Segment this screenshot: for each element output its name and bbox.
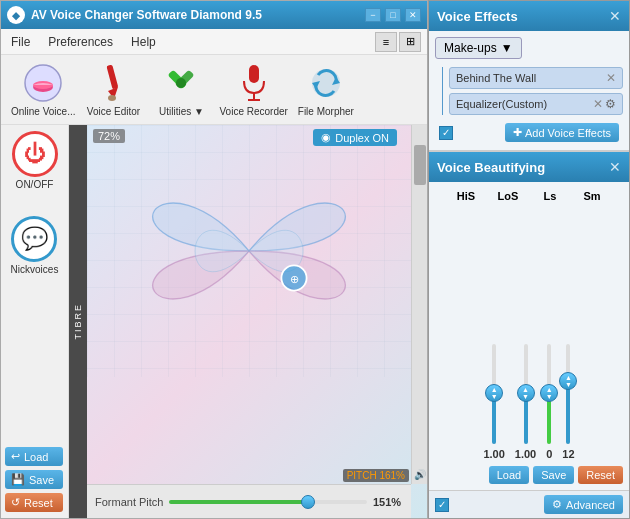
tool-online-voice[interactable]: Online Voice...	[11, 62, 75, 117]
slider-labels: HiS LoS Ls Sm	[435, 190, 623, 202]
mic-icon	[234, 62, 274, 104]
close-button[interactable]: ✕	[405, 8, 421, 22]
tool-utilities[interactable]: Utilities ▼	[151, 62, 211, 117]
slider-label-ls: Ls	[534, 190, 566, 202]
los-thumb[interactable]: ▲▼	[517, 384, 535, 402]
formant-thumb[interactable]	[301, 495, 315, 509]
view-toggle-1[interactable]: ≡	[375, 32, 397, 52]
effects-enable-checkbox[interactable]: ✓	[439, 126, 453, 140]
voice-beautifying-title: Voice Beautifying	[437, 160, 609, 175]
effect-name-1: Equalizer(Custom)	[456, 98, 589, 110]
slider-label-los: LoS	[492, 190, 524, 202]
sliders-area: ▲▼ 1.00 ▲▼ 1.00	[435, 206, 623, 460]
slider-label-sm: Sm	[576, 190, 608, 202]
los-value: 1.00	[515, 448, 536, 460]
tool-voice-recorder[interactable]: Voice Recorder	[219, 62, 287, 117]
main-area: ⏻ ON/OFF 💬 Nickvoices ↩ Load 💾 Save ↺ Re…	[1, 125, 427, 518]
on-off-button[interactable]: ⏻	[12, 131, 58, 177]
slider-col-ls: ▲▼ 0	[546, 344, 552, 460]
tool-label-online: Online Voice...	[11, 106, 75, 117]
reset-icon: ↺	[11, 496, 20, 509]
ls-track: ▲▼	[547, 344, 551, 444]
thumb-arrows-ls: ▲▼	[546, 386, 553, 400]
sm-slider[interactable]: ▲▼	[566, 344, 570, 444]
app-icon: ◆	[7, 6, 25, 24]
ls-value: 0	[546, 448, 552, 460]
advanced-button[interactable]: ⚙ Advanced	[544, 495, 623, 514]
voice-effects-close[interactable]: ✕	[609, 8, 621, 24]
add-voice-effects-button[interactable]: ✚ Add Voice Effects	[505, 123, 619, 142]
tool-label-recorder: Voice Recorder	[219, 106, 287, 117]
thumb-arrows-his: ▲▼	[491, 386, 498, 400]
vb-footer: Load Save Reset	[435, 466, 623, 484]
action-buttons: ↩ Load 💾 Save ↺ Reset	[5, 447, 64, 512]
effect-close-0[interactable]: ✕	[606, 71, 616, 85]
tool-voice-editor[interactable]: Voice Editor	[83, 62, 143, 117]
menu-file[interactable]: File	[7, 33, 34, 51]
effect-item-1: Equalizer(Custom) ✕ ⚙	[449, 93, 623, 115]
voice-effects-header: Voice Effects ✕	[429, 1, 629, 31]
visualizer-area: TIBRE 72% ◉ Duplex ON	[69, 125, 427, 518]
window-controls: − □ ✕	[365, 8, 421, 22]
effect-name-0: Behind The Wall	[456, 72, 602, 84]
formant-slider[interactable]	[169, 500, 367, 504]
pitch-status: PITCH 161%	[343, 469, 409, 482]
save-button[interactable]: 💾 Save	[5, 470, 63, 489]
svg-point-5	[108, 95, 116, 101]
on-off-label: ON/OFF	[16, 179, 54, 190]
visualizer-scrollbar[interactable]: 🔊	[411, 125, 427, 484]
effects-chain: Behind The Wall ✕ Equalizer(Custom) ✕ ⚙	[435, 67, 623, 115]
his-thumb[interactable]: ▲▼	[485, 384, 503, 402]
beautifying-enable-checkbox[interactable]: ✓	[435, 498, 449, 512]
add-effects-plus-icon: ✚	[513, 126, 522, 139]
menu-preferences[interactable]: Preferences	[44, 33, 117, 51]
ls-slider[interactable]: ▲▼	[547, 344, 551, 444]
tool-file-morpher[interactable]: File Morpher	[296, 62, 356, 117]
sm-track: ▲▼	[566, 344, 570, 444]
save-icon: 💾	[11, 473, 25, 486]
svg-text:⊕: ⊕	[290, 273, 299, 285]
tool-label-morpher: File Morpher	[298, 106, 354, 117]
tool-label-editor: Voice Editor	[87, 106, 140, 117]
lips-icon	[23, 62, 63, 104]
his-track: ▲▼	[492, 344, 496, 444]
formant-fill	[169, 500, 307, 504]
view-toggle-2[interactable]: ⊞	[399, 32, 421, 52]
effect-item-0: Behind The Wall ✕	[449, 67, 623, 89]
load-button[interactable]: ↩ Load	[5, 447, 63, 466]
sm-thumb[interactable]: ▲▼	[559, 372, 577, 390]
svg-rect-3	[107, 65, 119, 90]
ls-thumb[interactable]: ▲▼	[540, 384, 558, 402]
voice-beautifying-close[interactable]: ✕	[609, 159, 621, 175]
voice-effects-title: Voice Effects	[437, 9, 609, 24]
thumb-arrows-sm: ▲▼	[565, 374, 572, 388]
his-value: 1.00	[483, 448, 504, 460]
effect-gear-icon[interactable]: ⚙	[605, 97, 616, 111]
makeups-dropdown[interactable]: Make-ups ▼	[435, 37, 522, 59]
voice-beautifying-section: Voice Beautifying ✕ HiS LoS Ls Sm ▲▼	[429, 152, 629, 490]
vb-load-button[interactable]: Load	[489, 466, 529, 484]
reset-button[interactable]: ↺ Reset	[5, 493, 63, 512]
makeups-label: Make-ups	[444, 41, 497, 55]
formant-label: Formant Pitch	[95, 496, 163, 508]
menu-help[interactable]: Help	[127, 33, 160, 51]
tools-icon	[161, 62, 201, 104]
voice-visualizer[interactable]: ⊕	[87, 125, 411, 377]
los-slider[interactable]: ▲▼	[524, 344, 528, 444]
thumb-arrows-los: ▲▼	[522, 386, 529, 400]
slider-label-his: HiS	[450, 190, 482, 202]
maximize-button[interactable]: □	[385, 8, 401, 22]
tool-label-utilities: Utilities ▼	[159, 106, 204, 117]
his-slider[interactable]: ▲▼	[492, 344, 496, 444]
nickvoices-button[interactable]: 💬	[11, 216, 57, 262]
vb-save-button[interactable]: Save	[533, 466, 574, 484]
vb-reset-button[interactable]: Reset	[578, 466, 623, 484]
minimize-button[interactable]: −	[365, 8, 381, 22]
voice-effects-section: Make-ups ▼ Behind The Wall ✕ Equalizer(C…	[429, 31, 629, 152]
slider-col-los: ▲▼ 1.00	[515, 344, 536, 460]
menu-bar-right: ≡ ⊞	[375, 32, 421, 52]
tibre-label: TIBRE	[73, 303, 83, 340]
effect-close-1[interactable]: ✕	[593, 97, 603, 111]
brush-icon	[93, 62, 133, 104]
bottom-bar: ✓ ⚙ Advanced	[429, 490, 629, 518]
